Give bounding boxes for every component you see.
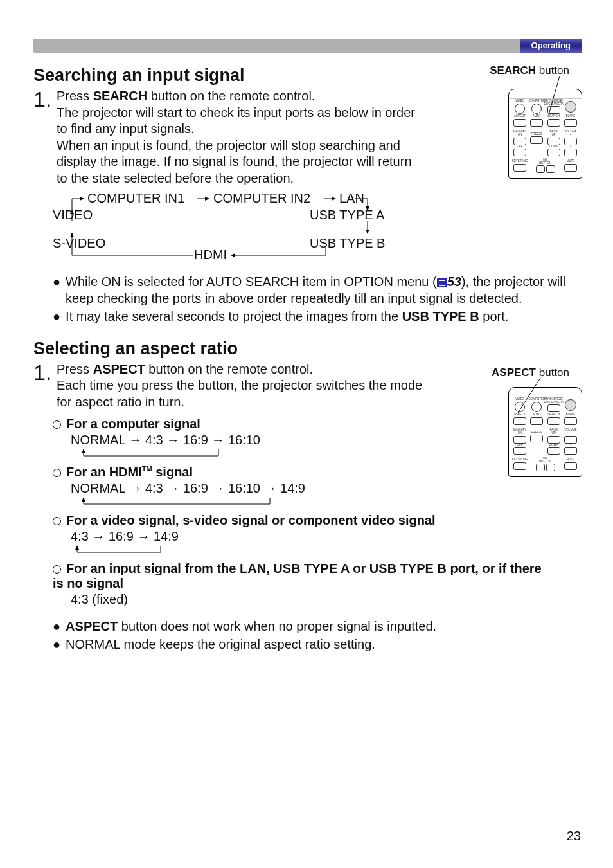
s1-step: 1. Press SEARCH button on the remote con… [33,88,582,187]
btn-aspect [513,119,526,127]
bullet-dot: ● [53,618,60,635]
s2-sub2-head-b: signal [152,465,193,479]
flow-video: VIDEO [53,208,93,222]
s1-bullet2-text: It may take several seconds to project t… [66,308,508,325]
rl-auto: AUTO [533,115,540,118]
header-bar: Operating [33,39,582,53]
s2-bullet1-text: ASPECT button does not work when no prop… [66,618,436,635]
s2-sub2-head-a: For an HDMI [66,465,142,479]
s1-caption-rest: button [536,64,569,77]
flow-cin1: COMPUTER IN1 [87,191,184,206]
flow-usbb: USB TYPE B [310,236,385,251]
flow-cin2: COMPUTER IN2 [213,191,310,206]
s2-l1c: button on the remote control. [145,362,313,376]
s2-sub1-head-text: For a computer signal [66,417,200,431]
btn-keystone [513,164,526,172]
s1-caption-bold: SEARCH [490,64,536,77]
btn-auto2 [530,417,543,425]
rl-blank: BLANK [566,115,576,118]
s2-caption-bold: ASPECT [492,366,536,379]
btn-my1 [536,165,545,173]
s1-bullet1-text: While ON is selected for AUTO SEARCH ite… [66,273,582,307]
rl-plus: + [570,134,572,137]
btn-blank2 [564,417,577,425]
btn-my2 [546,165,555,173]
s2-bullet2-text: NORMAL mode keeps the original aspect ra… [66,636,375,653]
s2-l1b: ASPECT [93,362,145,376]
s1-l1b: SEARCH [93,89,147,103]
btn-video [515,104,525,114]
s2-sub3-head: For a video signal, s-video signal or co… [53,513,541,528]
remote-illustration-2: VIDEO COMPUTER MY SOURCE/ DOC.CAMERA ASP… [508,387,582,477]
s2-step-num: 1. [33,361,53,383]
s2-para: Each time you press the button, the proj… [57,378,422,409]
s1-bullet2: ● It may take several seconds to project… [53,308,582,325]
rl-keystone: KEYSTONE [512,160,528,163]
bullet-dot: ● [53,308,60,325]
s2-sub2-loop [71,496,582,507]
s2-bullets: ● ASPECT button does not work when no pr… [53,618,582,653]
btn-page-down [547,149,560,156]
s2-sub3-head-text: For a video signal, s-video signal or co… [66,513,436,527]
rl-on: ON [518,134,522,137]
pointer-line-2 [508,378,547,417]
flow-lan: LAN [339,191,364,206]
s2-sub4-head: For an input signal from the LAN, USB TY… [53,561,554,591]
rl-tri: ▲ [569,145,572,149]
page-content: Searching an input signal SEARCH button … [33,62,582,654]
btn-mute [564,164,577,172]
s2-title: Selecting an aspect ratio [33,339,582,359]
s2-sub2-head: For an HDMITM signal [53,465,582,480]
bullet-dot: ● [53,636,60,653]
rl-video: VIDEO [515,100,524,103]
rl-up: UP [552,134,556,137]
s1-caption: SEARCH button [490,64,569,77]
s1-step-body: Press SEARCH button on the remote contro… [57,88,423,187]
tm-mark: TM [142,466,152,473]
rl-mybutton: MY BUTTON [538,159,553,165]
s2-sub1-modes: NORMAL → 4:3 → 16:9 → 16:10 [71,431,582,448]
s1-b2a: It may take several seconds to project t… [66,309,402,323]
s2-sub2-modes: NORMAL → 4:3 → 16:9 → 16:10 → 14:9 [71,480,582,496]
s2-sub3-modes: 4:3 → 16:9 → 14:9 [71,528,582,545]
s2-bullet2: ● NORMAL mode keeps the original aspect … [53,636,582,653]
rl-down: DOWN [549,145,558,149]
remote-illustration-1: VIDEO COMPUTER MY SOURCE/ DOC.CAMERA ASP… [508,89,582,179]
s2-sub4-modes: 4:3 (fixed) [71,591,582,608]
section-tag: Operating [520,39,582,53]
s1-b1-ref: 53 [447,275,461,289]
pointer-line-1 [540,76,566,121]
s2-step-body: Press ASPECT button on the remote contro… [57,361,423,411]
s1-l1a: Press [57,89,93,103]
btn-mysource2 [547,404,560,412]
btn-mag-off [513,149,526,156]
btn-vol-up [564,138,577,145]
book-icon [437,278,447,287]
btn-page-up [547,138,560,145]
s2-l1a: Press [57,362,93,376]
flow-usba: USB TYPE A [310,208,384,222]
s2-caption-rest: button [536,366,569,379]
btn-vol-dn [564,149,577,156]
rl-mute: MUTE [567,160,575,163]
s2-caption: ASPECT button [492,366,569,379]
s2-sub1-head: For a computer signal [53,417,582,431]
signal-flow-diagram: COMPUTER IN1 COMPUTER IN2 LAN VIDEO USB … [53,191,582,268]
flow-hdmi: HDMI [194,248,227,262]
s1-para: The projector will start to check its in… [57,105,415,185]
s1-b2c: port. [479,309,509,323]
flow-svideo: S-VIDEO [53,236,105,251]
s1-b1a: While ON is selected for AUTO SEARCH ite… [66,275,437,289]
s2-sub4-head-text: For an input signal from the LAN, USB TY… [53,561,542,590]
s1-b2b: USB TYPE B [402,309,479,323]
btn-power [565,101,576,113]
btn-mag-on [513,138,526,145]
btn-aspect2 [513,417,526,425]
s2-b1a: ASPECT [66,619,118,633]
s1-step-num: 1. [33,88,53,110]
s2-bullet1: ● ASPECT button does not work when no pr… [53,618,582,635]
s1-bullets: ● While ON is selected for AUTO SEARCH i… [53,273,582,325]
rl-aspect: ASPECT [514,115,526,118]
bullet-dot: ● [53,273,60,307]
btn-search2 [547,417,560,425]
